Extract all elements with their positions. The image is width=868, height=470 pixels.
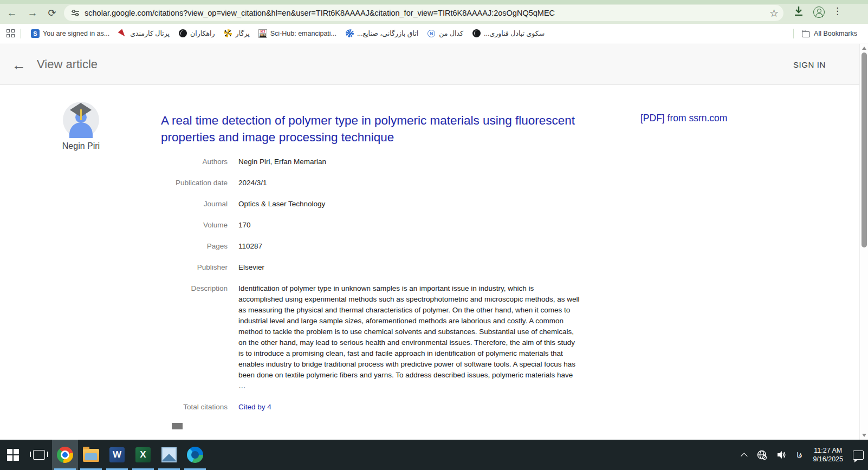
- field-label: Publication date: [157, 178, 228, 188]
- globe-favicon: [178, 29, 187, 38]
- field-label: Journal: [157, 199, 228, 210]
- scrollbar-down-arrow[interactable]: [862, 434, 866, 437]
- field-label: Pages: [157, 241, 228, 252]
- field-value: 170: [238, 220, 580, 231]
- action-center-icon: [853, 451, 864, 460]
- apps-grid-icon[interactable]: [7, 29, 15, 38]
- all-bookmarks-label: All Bookmarks: [814, 30, 857, 37]
- scihub-favicon: SCIHUB: [258, 29, 267, 38]
- field-value: 110287: [238, 241, 580, 252]
- article-title-link[interactable]: A real time detection of polymer type in…: [161, 112, 621, 146]
- taskbar-file-explorer[interactable]: [78, 440, 104, 470]
- field-value: Identification of polymer type in unknow…: [238, 283, 580, 391]
- back-arrow-icon[interactable]: ←: [12, 57, 26, 74]
- downloads-icon[interactable]: [793, 5, 804, 17]
- pdf-link[interactable]: [PDF] from ssrn.com: [640, 113, 727, 124]
- taskbar-word[interactable]: W: [104, 440, 130, 470]
- bookmark-label: Sci-Hub: emancipati...: [270, 30, 336, 37]
- clock-time: 11:27 AM: [813, 446, 843, 455]
- bookmark-chamber-commerce[interactable]: اتاق بازرگانی، صنایع...: [341, 27, 423, 40]
- scrollbar-up-arrow[interactable]: [862, 47, 866, 50]
- file-explorer-icon: [83, 449, 99, 462]
- bookmark-codal[interactable]: N کدال من: [423, 27, 468, 40]
- bookmark-star-icon[interactable]: ☆: [769, 7, 779, 19]
- tray-expand-button[interactable]: [739, 440, 752, 470]
- taskbar-clock[interactable]: 11:27 AM 9/16/2025: [807, 440, 848, 470]
- page-title: View article: [37, 57, 98, 71]
- field-volume: Volume 170: [157, 220, 596, 231]
- author-profile-name[interactable]: Negin Piri: [36, 141, 126, 151]
- bookmarks-bar: S You are signed in as... پرتال کارمندی …: [0, 24, 868, 43]
- task-view-icon: [33, 450, 45, 460]
- bookmark-label: You are signed in as...: [43, 30, 109, 37]
- bookmark-rahkaran[interactable]: راهکاران: [174, 27, 219, 40]
- chrome-icon: [57, 447, 73, 463]
- chevron-up-icon: [741, 453, 748, 460]
- avatar: [63, 102, 99, 138]
- system-tray: فا 11:27 AM 9/16/2025: [739, 440, 868, 470]
- clock-date: 9/16/2025: [813, 455, 843, 464]
- field-description: Description Identification of polymer ty…: [157, 283, 596, 391]
- citation-content: Negin Piri A real time detection of poly…: [0, 86, 859, 440]
- bookmarks-separator: [21, 29, 21, 38]
- field-label: Total citations: [157, 402, 228, 413]
- bookmark-label: اتاق بازرگانی، صنایع...: [357, 29, 418, 37]
- language-indicator[interactable]: فا: [791, 440, 807, 470]
- field-value: Optics & Laser Technology: [238, 199, 580, 210]
- bookmark-label: کدال من: [439, 29, 463, 37]
- bookmark-pargar[interactable]: پرگار: [219, 27, 254, 40]
- bookmark-signed-in[interactable]: S You are signed in as...: [27, 27, 114, 40]
- edge-icon: [187, 447, 203, 463]
- page-scrollbar[interactable]: [859, 44, 868, 440]
- bookmarks-separator: [793, 29, 794, 38]
- cited-by-link[interactable]: Cited by 4: [238, 402, 580, 413]
- bookmark-scihub[interactable]: SCIHUB Sci-Hub: emancipati...: [254, 27, 341, 40]
- browser-back-button[interactable]: ←: [4, 5, 20, 21]
- action-center-button[interactable]: [848, 440, 868, 470]
- browser-reload-button[interactable]: ⟳: [44, 5, 60, 21]
- bookmark-label: پرگار: [236, 29, 250, 37]
- field-publisher: Publisher Elsevier: [157, 262, 596, 273]
- url-text[interactable]: scholar.google.com/citations?view_op=vie…: [85, 9, 555, 17]
- pinwheel-favicon: [224, 29, 232, 38]
- bookmark-label: راهکاران: [190, 29, 215, 37]
- browser-forward-button[interactable]: →: [25, 5, 40, 21]
- task-view-button[interactable]: [26, 440, 52, 470]
- taskbar-chrome[interactable]: [52, 440, 78, 470]
- taskbar-photos[interactable]: [156, 440, 182, 470]
- windows-taskbar: W X فا 11:27 AM: [0, 440, 868, 470]
- bookmark-tech-exchange[interactable]: سکوی تبادل فناوری...: [468, 27, 549, 40]
- field-label: Publisher: [157, 262, 228, 273]
- windows-logo-icon: [7, 449, 19, 461]
- field-pages: Pages 110287: [157, 241, 596, 252]
- browser-toolbar: ← → ⟳ scholar.google.com/citations?view_…: [0, 0, 868, 24]
- bookmark-label: سکوی تبادل فناوری...: [484, 29, 545, 37]
- excel-icon: X: [135, 447, 151, 462]
- scrollbar-thumb[interactable]: [861, 53, 867, 247]
- taskbar-excel[interactable]: X: [130, 440, 156, 470]
- field-label: Volume: [157, 220, 228, 231]
- all-bookmarks-button[interactable]: All Bookmarks: [788, 27, 863, 41]
- field-value: Elsevier: [238, 262, 580, 273]
- site-settings-icon[interactable]: [70, 8, 80, 18]
- address-bar[interactable]: scholar.google.com/citations?view_op=vie…: [64, 5, 783, 21]
- browser-menu-icon[interactable]: ⋮: [833, 5, 842, 17]
- graduation-tassel: [80, 109, 82, 120]
- browser-profile-icon[interactable]: [813, 6, 825, 18]
- citations-chart-bar: [172, 423, 183, 429]
- word-icon: W: [109, 447, 125, 462]
- bookmark-label: پرتال کارمندی: [130, 29, 170, 37]
- sign-in-button[interactable]: SIGN IN: [793, 60, 826, 69]
- codal-favicon: N: [427, 29, 436, 38]
- volume-icon[interactable]: [772, 440, 791, 470]
- start-button[interactable]: [0, 440, 26, 470]
- scholar-header: ← View article SIGN IN: [0, 44, 859, 85]
- avatar-body: [69, 122, 93, 140]
- feather-favicon: [118, 29, 127, 38]
- taskbar-edge[interactable]: [182, 440, 208, 470]
- network-icon[interactable]: [752, 440, 772, 470]
- field-label: Description: [157, 283, 228, 391]
- field-publication-date: Publication date 2024/3/1: [157, 178, 596, 188]
- bookmark-portal-karmandi[interactable]: پرتال کارمندی: [114, 27, 174, 40]
- flower-favicon: [345, 29, 354, 38]
